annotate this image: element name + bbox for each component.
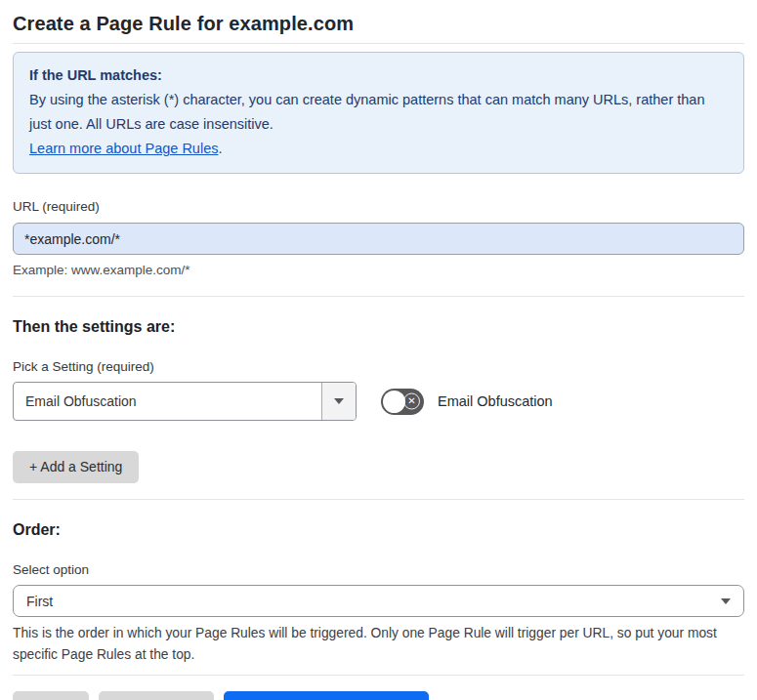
page-title: Create a Page Rule for example.com (13, 10, 744, 37)
settings-section-heading: Then the settings are: (13, 317, 744, 337)
save-as-draft-button[interactable]: Save as Draft (99, 691, 215, 700)
order-select-dropdown[interactable]: First (13, 585, 744, 617)
save-and-deploy-button[interactable]: Save and Deploy Page Rule (224, 691, 429, 700)
order-description: This is the order in which your Page Rul… (13, 623, 743, 666)
info-box-body: By using the asterisk (*) character, you… (29, 88, 728, 137)
add-setting-button[interactable]: + Add a Setting (13, 451, 139, 483)
info-box-heading: If the URL matches: (29, 63, 728, 88)
pick-setting-label: Pick a Setting (required) (13, 359, 744, 375)
order-select-label: Select option (13, 562, 744, 578)
order-section-heading: Order: (13, 520, 744, 540)
url-field-label: URL (required) (13, 199, 744, 215)
chevron-down-icon (334, 398, 344, 404)
toggle-label: Email Obfuscation (438, 393, 553, 409)
toggle-knob (383, 391, 405, 413)
order-select-value: First (26, 594, 53, 609)
learn-more-link[interactable]: Learn more about Page Rules (29, 141, 218, 156)
email-obfuscation-toggle[interactable]: ✕ (381, 389, 424, 415)
url-example-text: Example: www.example.com/* (13, 262, 744, 279)
settings-section-divider (13, 499, 744, 500)
link-suffix: . (218, 141, 222, 156)
setting-select-dropdown[interactable]: Email Obfuscation (13, 382, 357, 421)
setting-row: Email Obfuscation ✕ Email Obfuscation (13, 382, 744, 421)
url-section-divider (13, 296, 744, 297)
cancel-button[interactable]: Cancel (13, 691, 89, 700)
title-divider (13, 43, 744, 44)
footer-actions: Cancel Save as Draft Save and Deploy Pag… (13, 691, 744, 700)
chevron-down-icon (721, 598, 731, 604)
url-match-info-box: If the URL matches: By using the asteris… (13, 52, 744, 174)
toggle-off-x-icon: ✕ (403, 393, 420, 410)
footer-divider (13, 675, 744, 676)
info-box-link-line: Learn more about Page Rules. (29, 137, 728, 161)
setting-select-arrow-button[interactable] (321, 383, 356, 420)
setting-select-value: Email Obfuscation (14, 383, 321, 420)
url-input[interactable] (13, 223, 744, 255)
